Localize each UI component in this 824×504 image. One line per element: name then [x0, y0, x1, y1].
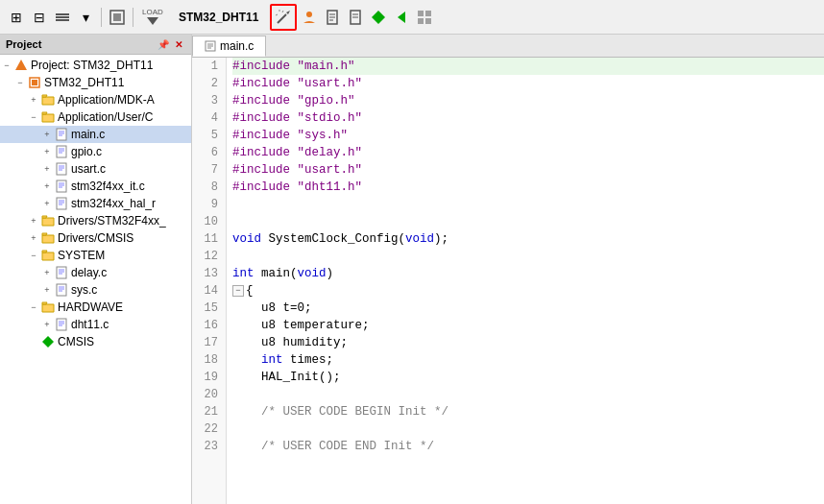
token-plain — [290, 161, 298, 179]
tree-toggle-system[interactable]: − — [27, 249, 40, 262]
grid3-icon[interactable] — [414, 7, 435, 28]
tree-toggle-main-c[interactable]: + — [40, 128, 54, 141]
svg-line-10 — [276, 14, 278, 15]
tree-toggle-gpio-c[interactable]: + — [40, 145, 54, 158]
tree-item-hardwave[interactable]: −HARDWAVE — [0, 299, 191, 316]
tree-toggle-usart-c[interactable]: + — [40, 162, 54, 176]
diamond-green-icon[interactable] — [368, 7, 389, 28]
svg-marker-5 — [147, 17, 158, 25]
token-plain — [290, 127, 298, 144]
code-editor[interactable]: 1234567891011121314151617181920212223 #i… — [192, 58, 824, 504]
magic-wand-icon[interactable] — [273, 7, 294, 28]
load-icon[interactable]: LOAD — [138, 7, 167, 28]
svg-rect-24 — [425, 18, 431, 24]
tree-toggle-drivers-stm32[interactable]: + — [27, 214, 40, 228]
code-line-7: #include "usart.h" — [232, 161, 824, 179]
grid2-icon[interactable]: ⊟ — [29, 7, 50, 28]
tree-toggle-dht11-c[interactable]: + — [40, 318, 54, 331]
grid1-icon[interactable]: ⊞ — [6, 7, 27, 28]
tree-toggle-stm32-root[interactable]: − — [13, 76, 27, 89]
svg-marker-20 — [398, 12, 405, 23]
tree-item-project-root[interactable]: −Project: STM32_DHT11 — [0, 57, 191, 74]
svg-rect-22 — [425, 11, 431, 16]
token-plain: u8 temperature; — [232, 317, 370, 334]
separator-2 — [133, 8, 133, 27]
fold-btn-14[interactable]: − — [232, 285, 244, 297]
token-plain — [232, 351, 261, 369]
tree-item-sys-c[interactable]: +sys.c — [0, 281, 191, 299]
svg-rect-1 — [56, 16, 69, 18]
tree-label-drivers-stm32: Drivers/STM32F4xx_ — [58, 214, 166, 228]
layers-icon[interactable] — [52, 7, 73, 28]
tree-toggle-project-root[interactable]: − — [0, 59, 13, 72]
tree-toggle-hardwave[interactable]: − — [27, 300, 40, 314]
tree-item-app-mdk[interactable]: +Application/MDK-A — [0, 91, 191, 108]
token-plain: ); — [434, 230, 448, 248]
tree-icon-folder — [40, 213, 56, 228]
code-line-3: #include "gpio.h" — [232, 92, 824, 109]
line-number-15: 15 — [192, 300, 222, 317]
chip-icon[interactable] — [107, 7, 128, 28]
dropdown-arrow-icon[interactable]: ▾ — [75, 7, 96, 28]
tree-toggle-sys-c[interactable]: + — [40, 283, 54, 297]
code-line-21: /* USER CODE BEGIN Init */ — [232, 403, 824, 420]
tree-toggle-delay-c[interactable]: + — [40, 266, 54, 279]
tree-item-cmsis[interactable]: CMSIS — [0, 333, 191, 350]
tree-item-system[interactable]: −SYSTEM — [0, 247, 191, 264]
tree-toggle-app-user[interactable]: − — [27, 110, 40, 124]
svg-rect-44 — [57, 198, 66, 209]
tree-item-main-c[interactable]: +main.c — [0, 126, 191, 143]
tree-item-stm32f4xx-hal[interactable]: +stm32f4xx_hal_r — [0, 195, 191, 212]
tree-toggle-stm32f4xx-hal[interactable]: + — [40, 197, 54, 210]
token-kw: #include — [232, 127, 290, 144]
token-plain: main( — [254, 265, 298, 282]
tree-item-usart-c[interactable]: +usart.c — [0, 160, 191, 178]
tree-label-stm32f4xx-it: stm32f4xx_it.c — [71, 180, 145, 193]
tree-toggle-drivers-cmsis[interactable]: + — [27, 231, 40, 245]
token-str: "sys.h" — [298, 127, 349, 144]
code-line-23: /* USER CODE END Init */ — [232, 438, 824, 455]
separator-1 — [101, 8, 102, 27]
sidebar-pin-btn[interactable]: 📌 — [157, 37, 170, 51]
tree-item-gpio-c[interactable]: +gpio.c — [0, 143, 191, 160]
tree-item-dht11-c[interactable]: +dht11.c — [0, 316, 191, 333]
tree-toggle-cmsis — [27, 335, 40, 348]
token-str: "dht11.h" — [298, 179, 363, 196]
tree-item-delay-c[interactable]: +delay.c — [0, 264, 191, 281]
token-type: int — [232, 265, 254, 282]
code-line-22 — [232, 420, 824, 438]
page-icon[interactable] — [322, 7, 343, 28]
tree-icon-file — [54, 161, 69, 177]
tab-main-c[interactable]: main.c — [192, 36, 266, 57]
svg-rect-0 — [56, 13, 69, 15]
line-number-20: 20 — [192, 386, 222, 403]
svg-rect-36 — [57, 163, 66, 175]
tree-item-stm32-root[interactable]: −STM32_DHT11 — [0, 74, 191, 91]
sidebar-close-btn[interactable]: ✕ — [172, 37, 185, 51]
tree-item-stm32f4xx-it[interactable]: +stm32f4xx_it.c — [0, 178, 191, 195]
tree-icon-project — [13, 58, 29, 73]
token-plain: { — [246, 282, 254, 300]
token-kw: #include — [232, 144, 290, 161]
person-icon[interactable] — [299, 7, 320, 28]
tree-item-drivers-stm32[interactable]: +Drivers/STM32F4xx_ — [0, 212, 191, 229]
tree-icon-file — [54, 179, 69, 194]
token-plain — [232, 438, 261, 455]
page2-icon[interactable] — [345, 7, 366, 28]
tree-label-app-user: Application/User/C — [58, 110, 153, 124]
token-type: void — [232, 230, 261, 248]
token-plain: u8 t=0; — [232, 300, 312, 317]
tree-label-stm32-root: STM32_DHT11 — [44, 76, 124, 89]
tree-toggle-stm32f4xx-it[interactable]: + — [40, 180, 54, 193]
tree-toggle-app-mdk[interactable]: + — [27, 93, 40, 107]
line-number-16: 16 — [192, 317, 222, 334]
arrow-left-icon[interactable] — [391, 7, 412, 28]
sidebar: Project 📌 ✕ −Project: STM32_DHT11−STM32_… — [0, 35, 192, 504]
tree-label-gpio-c: gpio.c — [71, 145, 102, 158]
token-kw: #include — [232, 109, 290, 127]
svg-rect-23 — [418, 18, 424, 24]
tree-item-app-user[interactable]: −Application/User/C — [0, 108, 191, 126]
line-number-18: 18 — [192, 351, 222, 369]
svg-line-9 — [282, 11, 283, 12]
tree-item-drivers-cmsis[interactable]: +Drivers/CMSIS — [0, 229, 191, 247]
